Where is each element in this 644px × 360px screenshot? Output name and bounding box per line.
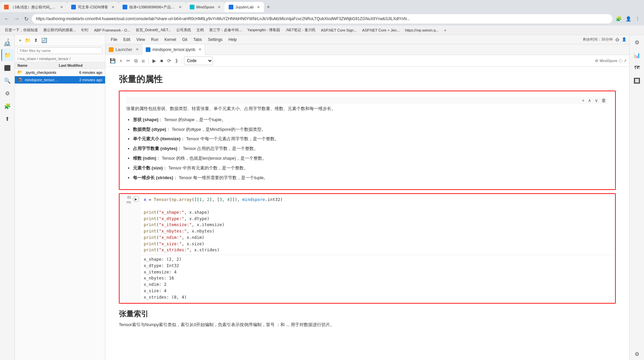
bm-9[interactable]: .NET笔记 - 童川民 — [283, 27, 318, 33]
reload-button[interactable]: ↻ — [23, 14, 30, 23]
right-icon-5[interactable]: ⚙ — [631, 348, 643, 360]
toolbar-separator-1 — [148, 57, 149, 64]
prop-5-desc: Tensor 中所有元素的个数，是一个整数。 — [168, 165, 248, 170]
bm-2[interactable]: 钉钉 — [79, 27, 91, 33]
menu-view[interactable]: View — [134, 36, 148, 43]
move-down-btn[interactable]: ∨ — [594, 97, 599, 103]
extension-icon[interactable]: 🧩 — [1, 100, 13, 112]
restart-run-button[interactable]: ⟫ — [174, 57, 180, 64]
bm-0[interactable]: 百度一下，你就知道 — [3, 27, 40, 33]
notebook-tools-icon[interactable]: ⚙ — [1, 87, 13, 99]
right-icon-3[interactable]: 🗺 — [631, 62, 643, 74]
bm-8[interactable]: Yaopengfei - 博客园 — [245, 27, 282, 33]
tab-2-close[interactable]: ✕ — [111, 5, 114, 9]
menu-edit[interactable]: Edit — [121, 36, 133, 43]
bm-1[interactable]: 惠公联代码的搜索... — [41, 27, 78, 33]
new-file-button[interactable]: + — [17, 37, 23, 44]
menu-settings[interactable]: Settings — [205, 36, 225, 43]
cell-type-select[interactable]: Code Markdown Raw — [184, 56, 213, 65]
bm-more[interactable]: » — [442, 28, 448, 33]
menu-bar: File Edit View Run Kernel Git Tabs Setti… — [105, 35, 629, 44]
prop-3-desc: Tensor 占用的总字节数，是一个整数。 — [183, 146, 259, 151]
user-button[interactable]: 👤 — [624, 15, 633, 23]
more-button[interactable]: ⋮ — [634, 15, 641, 23]
tab-1-close[interactable]: ✕ — [60, 5, 63, 9]
run-button[interactable]: ▶ — [151, 57, 158, 64]
kernel-settings-icon[interactable]: ⚙ — [595, 59, 598, 63]
new-tab-button[interactable]: + — [264, 4, 272, 10]
tab-bar: （3条消息）惠公联代码_惠公系列... ✕ 写文章-CSDN博客 ✕ 徐涛+13… — [0, 0, 644, 12]
commands-icon[interactable]: 🔍 — [1, 74, 13, 87]
stop-button[interactable]: ■ — [158, 57, 165, 64]
tab-3[interactable]: 徐涛+13960699696+产品验证：... ✕ — [119, 2, 186, 12]
refresh-button[interactable]: 🔄 — [40, 37, 48, 44]
bm-11[interactable]: ASP.NET Core + Jen... — [360, 28, 402, 33]
kernel-share-icon[interactable]: ↗ — [624, 59, 627, 63]
main-area: File Edit View Run Kernel Git Tabs Setti… — [105, 35, 629, 360]
add-cell-button[interactable]: + — [118, 57, 124, 64]
copy-cell-button[interactable]: ⧉ — [133, 57, 139, 65]
right-icon-2[interactable]: 📊 — [631, 49, 643, 61]
nb-tab-notebook-close[interactable]: ✕ — [198, 47, 201, 52]
add-cell-above-btn[interactable]: + — [581, 97, 586, 103]
bm-10[interactable]: ASP.NET Core Sign... — [319, 28, 359, 33]
address-input[interactable] — [32, 14, 612, 23]
tab-4[interactable]: MindSpore ✕ — [186, 2, 225, 12]
user-icon[interactable]: 👤 — [622, 37, 627, 42]
file-item-1[interactable]: 📓 mindspore_tensor.ipynb 2 minutes ago — [15, 76, 105, 84]
menu-tabs[interactable]: Tabs — [191, 36, 204, 43]
nb-tab-launcher-close[interactable]: ✕ — [136, 47, 139, 52]
paste-cell-button[interactable]: ⧇ — [140, 57, 146, 65]
text-cell-intro: 张量的属性包括形状、数据类型、转置张量、单个元素大小、占用字节数量、维数、元素个… — [126, 105, 608, 112]
prop-1: 数据类型 (dtype)： Tensor 的dtype，是MindSpore的一… — [133, 126, 608, 133]
git-icon[interactable]: ⬆ — [1, 113, 13, 125]
save-button[interactable]: 💾 — [108, 57, 117, 64]
forward-button[interactable]: → — [13, 14, 21, 23]
file-search-input[interactable] — [17, 47, 102, 54]
cell-number: 83 ms — [122, 195, 131, 205]
menu-file[interactable]: File — [108, 36, 120, 43]
back-button[interactable]: ← — [3, 14, 11, 23]
run-cell-button[interactable]: ▶ — [133, 196, 139, 202]
right-icon-4[interactable]: 🔲 — [631, 74, 643, 87]
bm-5[interactable]: 公司系统 — [174, 27, 193, 33]
power-icon[interactable]: ⏻ — [615, 38, 619, 42]
file-item-0[interactable]: 📂 .ipynb_checkpoints 6 minutes ago — [15, 69, 105, 76]
file-panel: + 📁 ⬆ 🔄 / ma_share / mindspore_tensor / … — [15, 35, 105, 360]
nb-tab-launcher[interactable]: Launcher ✕ — [105, 44, 142, 55]
tab-4-close[interactable]: ✕ — [218, 5, 221, 9]
new-folder-button[interactable]: 📁 — [24, 37, 32, 44]
move-up-btn[interactable]: ∧ — [587, 97, 592, 103]
restart-button[interactable]: ⟳ — [166, 57, 173, 64]
code-cell[interactable]: 83 ms ▶ x = Tensor(np.array([[1, 2], [3,… — [119, 193, 616, 304]
tab-1[interactable]: （3条消息）惠公联代码_惠公系列... ✕ — [0, 2, 67, 12]
running-sessions-icon[interactable]: ⬛ — [1, 62, 13, 74]
bm-12[interactable]: https://mp.weixin.q... — [403, 28, 441, 33]
cut-cell-button[interactable]: ✂ — [125, 57, 132, 64]
menu-run[interactable]: Run — [148, 36, 161, 43]
right-icon-1[interactable]: ⚙ — [631, 36, 643, 48]
menu-kernel[interactable]: Kernel — [162, 36, 179, 43]
bm-3[interactable]: ABP Framework - O... — [92, 28, 132, 33]
text-cell[interactable]: + ∧ ∨ 🗑 张量的属性包括形状、数据类型、转置张量、单个元素大小、占用字节数… — [119, 91, 616, 190]
prop-5-name: 元素个数 (size) — [133, 165, 163, 170]
nb-tab-notebook[interactable]: mindspore_tensor.ipynb ✕ — [142, 44, 205, 55]
tab-5-close[interactable]: ✕ — [257, 5, 260, 9]
bm-4[interactable]: 首页_Dotnet9_.NET... — [134, 27, 173, 33]
file-browser-icon[interactable]: 📁 — [1, 49, 13, 61]
tab-5[interactable]: JupyterLab ✕ — [225, 2, 264, 12]
tab-2[interactable]: 写文章-CSDN博客 ✕ — [67, 2, 119, 12]
code-input[interactable]: x = Tensor(np.array([[1, 2], [3, 4]]), m… — [141, 195, 613, 255]
tab-3-close[interactable]: ✕ — [179, 5, 182, 9]
nb-tab-launcher-label: Launcher — [116, 47, 132, 52]
extensions-button[interactable]: 🧩 — [614, 15, 623, 23]
file-panel-actions: + 📁 ⬆ 🔄 — [17, 37, 48, 44]
bm-6[interactable]: 文档 — [194, 27, 206, 33]
bm-7[interactable]: 第三节：必备中间... — [207, 27, 244, 33]
menu-git[interactable]: Git — [180, 36, 190, 43]
menu-help[interactable]: Help — [226, 36, 240, 43]
upload-button[interactable]: ⬆ — [33, 37, 39, 44]
delete-cell-btn[interactable]: 🗑 — [600, 97, 607, 103]
prop-1-desc: Tensor 的dtype，是MindSpore的一个数据类型。 — [172, 127, 266, 132]
prop-0-name: 形状 (shape) — [133, 117, 158, 122]
